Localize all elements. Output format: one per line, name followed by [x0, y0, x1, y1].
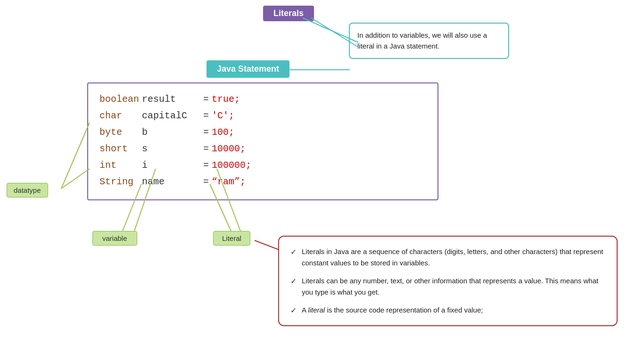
- callout-bottom-right: ✓ Literals in Java are a sequence of cha…: [278, 236, 618, 326]
- italic-literal: literal: [308, 306, 325, 314]
- datatype-label: datatype: [7, 183, 48, 197]
- callout-point-2: ✓ Literals can be any number, text, or o…: [290, 275, 605, 298]
- variable-label-text: variable: [102, 234, 127, 242]
- lit-100: 100;: [212, 125, 234, 140]
- code-line-boolean: boolean result = true;: [99, 92, 426, 107]
- var-name: name: [142, 174, 203, 189]
- eq-0: =: [203, 92, 209, 107]
- checkmark-2: ✓: [290, 275, 297, 288]
- checkmark-3: ✓: [290, 304, 297, 317]
- code-box: boolean result = true; char capitalC = '…: [87, 82, 438, 200]
- datatype-label-text: datatype: [14, 186, 41, 194]
- title-text: Literals: [273, 8, 304, 18]
- code-line-string: String name = “ram”;: [99, 174, 426, 189]
- eq-3: =: [203, 141, 209, 156]
- lit-10000: 10000;: [212, 141, 246, 156]
- dt-string: String: [99, 174, 142, 189]
- checkmark-1: ✓: [290, 246, 297, 258]
- callout-point-2-text: Literals can be any number, text, or oth…: [302, 277, 598, 296]
- dt-boolean: boolean: [99, 92, 142, 107]
- var-b: b: [142, 125, 203, 140]
- eq-1: =: [203, 108, 209, 123]
- code-line-short: short s = 10000;: [99, 141, 426, 156]
- callout-top-right: In addition to variables, we will also u…: [349, 23, 509, 59]
- svg-line-3: [61, 123, 90, 189]
- lit-true: true;: [212, 92, 240, 107]
- variable-label: variable: [92, 231, 137, 246]
- var-capitalC: capitalC: [142, 108, 203, 123]
- java-statement-text: Java Statement: [217, 64, 279, 74]
- dt-byte: byte: [99, 125, 142, 140]
- code-line-char: char capitalC = 'C';: [99, 108, 426, 123]
- eq-2: =: [203, 125, 209, 140]
- eq-5: =: [203, 174, 209, 189]
- var-s: s: [142, 141, 203, 156]
- lit-C: 'C';: [212, 108, 234, 123]
- lit-100000: 100000;: [212, 158, 251, 173]
- dt-short: short: [99, 141, 142, 156]
- title-badge: Literals: [263, 6, 314, 21]
- callout-point-1: ✓ Literals in Java are a sequence of cha…: [290, 246, 605, 269]
- callout-top-text: In addition to variables, we will also u…: [357, 31, 487, 50]
- callout-point-3: ✓ A literal is the source code represent…: [290, 304, 605, 316]
- literal-label-text: Literal: [222, 234, 241, 242]
- callout-point-1-text: Literals in Java are a sequence of chara…: [302, 247, 603, 267]
- dt-char: char: [99, 108, 142, 123]
- literal-label: Literal: [213, 231, 250, 246]
- lit-ram: “ram”;: [212, 174, 246, 189]
- var-i: i: [142, 158, 203, 173]
- code-line-int: int i = 100000;: [99, 158, 426, 173]
- svg-line-9: [255, 240, 279, 250]
- var-result: result: [142, 92, 203, 107]
- java-statement-badge: Java Statement: [206, 60, 289, 78]
- dt-int: int: [99, 158, 142, 173]
- eq-4: =: [203, 158, 209, 173]
- code-line-byte: byte b = 100;: [99, 125, 426, 140]
- svg-line-4: [61, 169, 90, 189]
